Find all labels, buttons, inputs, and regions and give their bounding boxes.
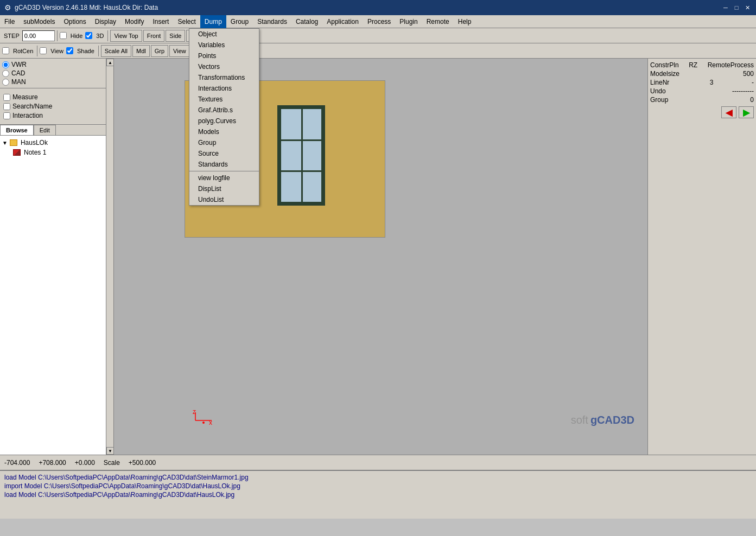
dump-item-vectors[interactable]: Vectors xyxy=(189,61,259,72)
toolbar1: STEP Hide 3D View Top Front Side Axo xyxy=(0,28,756,43)
axes-indicator: x z xyxy=(193,410,214,427)
dump-item-standards[interactable]: Standards xyxy=(189,159,259,170)
browse-tabs: Browse Edit xyxy=(0,125,113,136)
hide-checkbox[interactable] xyxy=(60,32,67,39)
scale-value: +500.000 xyxy=(129,459,156,467)
edit-tab[interactable]: Edit xyxy=(34,125,56,135)
linenr-label: LineNr xyxy=(650,79,669,86)
radio-cad-label: CAD xyxy=(11,69,25,77)
menu-group[interactable]: Group xyxy=(226,15,253,28)
dump-menu: ObjectVariablesPointsVectorsTransformati… xyxy=(189,28,259,206)
dump-item-displist[interactable]: DispList xyxy=(189,183,259,194)
side-button[interactable]: Side xyxy=(166,30,185,42)
dump-separator xyxy=(189,171,259,171)
dump-item-transformations[interactable]: Transformations xyxy=(189,72,259,83)
shade-checkbox[interactable] xyxy=(66,47,73,54)
log-line-3: load Model C:\Users\SoftpediaPC\AppData\… xyxy=(4,490,752,499)
tree-notes1[interactable]: Notes 1 xyxy=(2,148,111,157)
menu-application[interactable]: Application xyxy=(322,15,363,28)
toolbar2: RotCen View Shade Scale All Mdl Grp View xyxy=(0,43,756,59)
linenr-row: LineNr 3 - xyxy=(650,78,754,87)
radio-man[interactable]: MAN xyxy=(2,78,111,86)
separator4 xyxy=(98,46,99,56)
constrpln-row: ConstrPln RZ RemoteProcess xyxy=(650,61,754,69)
scroll-down-arrow[interactable]: ▼ xyxy=(106,447,114,455)
undo-dashes: ---------- xyxy=(732,87,754,95)
left-panel: VWR CAD MAN Measure Search/Name xyxy=(0,59,114,455)
checkbox-area: Measure Search/Name Interaction xyxy=(0,88,113,125)
dump-item-graf_attrib[interactable]: Graf.Attrib.s xyxy=(189,105,259,116)
searchname-checkbox[interactable] xyxy=(3,103,10,110)
coord-y: +708.000 xyxy=(39,459,66,467)
interaction-checkbox[interactable] xyxy=(3,112,10,119)
tree-hauslok-label: HausLOk xyxy=(21,139,48,146)
folder-icon xyxy=(10,139,17,146)
remote-process-label: RemoteProcess xyxy=(708,61,754,69)
separator1 xyxy=(57,30,58,41)
dump-item-source[interactable]: Source xyxy=(189,148,259,159)
view-top-button[interactable]: View Top xyxy=(110,30,142,42)
dump-item-points[interactable]: Points xyxy=(189,50,259,61)
3d-label: 3D xyxy=(94,33,105,39)
menu-standards[interactable]: Standards xyxy=(253,15,291,28)
dump-item-view_logfile[interactable]: view logfile xyxy=(189,173,259,183)
dump-item-textures[interactable]: Textures xyxy=(189,94,259,105)
tree-hauslok[interactable]: ▼ HausLOk xyxy=(2,138,111,148)
menu-modify[interactable]: Modify xyxy=(120,15,148,28)
watermark-brand: gCAD3D xyxy=(590,414,634,426)
menu-help[interactable]: Help xyxy=(454,15,476,28)
measure-checkbox[interactable] xyxy=(3,94,10,101)
dump-item-variables[interactable]: Variables xyxy=(189,40,259,50)
front-button[interactable]: Front xyxy=(143,30,165,42)
coord-x: -704.000 xyxy=(4,459,30,467)
menu-dump[interactable]: Dump xyxy=(200,15,226,28)
dump-item-group[interactable]: Group xyxy=(189,137,259,148)
view-checkbox[interactable] xyxy=(40,47,47,54)
menu-options[interactable]: Options xyxy=(59,15,90,28)
menu-remote[interactable]: Remote xyxy=(422,15,454,28)
left-scrollbar[interactable]: ▲ ▼ xyxy=(106,59,113,455)
menu-catalog[interactable]: Catalog xyxy=(291,15,322,28)
menu-select[interactable]: Select xyxy=(173,15,200,28)
menu-process[interactable]: Process xyxy=(363,15,395,28)
searchname-label: Search/Name xyxy=(12,103,52,110)
dump-item-object[interactable]: Object xyxy=(189,29,259,40)
3d-checkbox[interactable] xyxy=(85,32,92,39)
menu-insert[interactable]: Insert xyxy=(148,15,173,28)
linenr-value: 3 xyxy=(710,79,714,86)
menu-display[interactable]: Display xyxy=(91,15,120,28)
view-btn-button[interactable]: View xyxy=(169,45,190,57)
minimize-button[interactable]: ─ xyxy=(721,3,730,12)
dump-item-undolist[interactable]: UndoList xyxy=(189,194,259,205)
radio-cad-input[interactable] xyxy=(2,70,9,77)
dump-item-interactions[interactable]: Interactions xyxy=(189,83,259,94)
maximize-button[interactable]: □ xyxy=(732,3,741,12)
radio-cad[interactable]: CAD xyxy=(2,69,111,77)
menubar: FilesubModelsOptionsDisplayModifyInsertS… xyxy=(0,15,756,28)
mdl-button[interactable]: Mdl xyxy=(132,45,150,57)
radio-vwr[interactable]: VWR xyxy=(2,61,111,68)
dump-item-polyg_curves[interactable]: polyg.Curves xyxy=(189,116,259,126)
menu-file[interactable]: File xyxy=(0,15,19,28)
radio-vwr-input[interactable] xyxy=(2,61,9,68)
separator2 xyxy=(107,30,108,41)
scale-all-button[interactable]: Scale All xyxy=(101,45,131,57)
step-input[interactable] xyxy=(22,30,55,41)
dump-item-models[interactable]: Models xyxy=(189,126,259,137)
nav-right-button[interactable]: ▶ xyxy=(739,106,754,118)
menu-plugin[interactable]: Plugin xyxy=(395,15,422,28)
tree-area[interactable]: ▼ HausLOk Notes 1 xyxy=(0,136,113,455)
modelsize-label: Modelsize xyxy=(650,70,679,78)
close-button[interactable]: ✕ xyxy=(743,3,752,12)
right-info: ConstrPln RZ RemoteProcess Modelsize 500… xyxy=(647,59,756,455)
watermark-prefix: soft xyxy=(571,414,588,426)
grp-button[interactable]: Grp xyxy=(151,45,168,57)
rotcen-label: RotCen xyxy=(11,48,35,54)
check-searchname: Search/Name xyxy=(3,103,110,110)
scroll-up-arrow[interactable]: ▲ xyxy=(106,59,114,66)
menu-submodels[interactable]: subModels xyxy=(19,15,59,28)
rotcen-checkbox[interactable] xyxy=(2,47,9,54)
radio-man-input[interactable] xyxy=(2,79,9,86)
browse-tab[interactable]: Browse xyxy=(0,125,34,135)
nav-left-button[interactable]: ◀ xyxy=(721,106,736,118)
